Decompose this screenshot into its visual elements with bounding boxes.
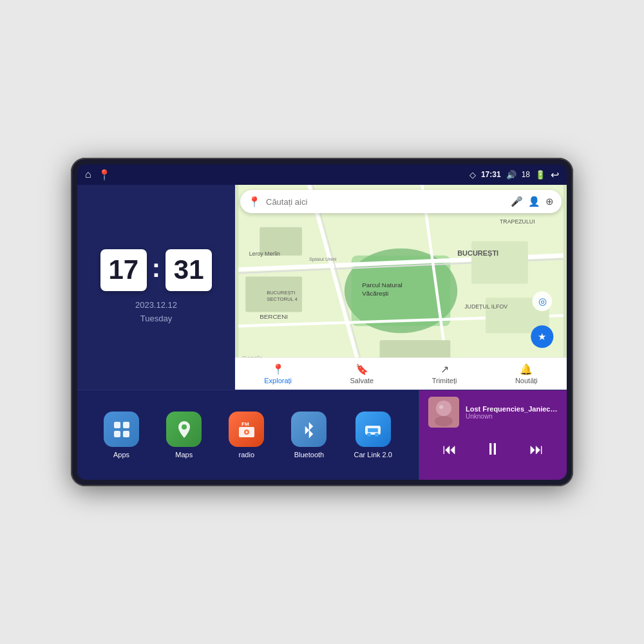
app-item-apps[interactable]: Apps: [104, 412, 139, 459]
app-icon-maps: [166, 412, 202, 447]
svg-point-37: [245, 431, 247, 433]
svg-point-43: [436, 401, 451, 416]
layers-icon[interactable]: ⊕: [545, 196, 554, 207]
map-search-bar[interactable]: 📍 🎤 👤 ⊕: [240, 190, 562, 213]
svg-rect-32: [123, 431, 129, 437]
svg-rect-41: [368, 428, 378, 432]
send-label: Trimiteți: [432, 377, 457, 384]
clock-colon: :: [152, 254, 160, 283]
music-text: Lost Frequencies_Janieck Devy-... Unknow…: [466, 405, 558, 420]
home-icon[interactable]: ⌂: [85, 169, 91, 180]
device-screen: ⌂ 📍 ◇ 17:31 🔊 18 🔋 ↩ 17 :: [77, 164, 567, 480]
app-label-radio: radio: [239, 451, 254, 459]
app-item-carlink[interactable]: Car Link 2.0: [354, 412, 392, 459]
signal-icon: ◇: [469, 170, 476, 180]
status-bar: ⌂ 📍 ◇ 17:31 🔊 18 🔋 ↩: [77, 164, 567, 185]
map-nav-send[interactable]: ↗ Trimiteți: [432, 363, 457, 384]
svg-text:★: ★: [538, 331, 546, 342]
account-icon[interactable]: 👤: [528, 196, 540, 207]
status-left-icons: ⌂ 📍: [85, 169, 111, 181]
explore-icon: 📍: [272, 363, 285, 375]
svg-point-39: [367, 433, 371, 437]
music-next-button[interactable]: ⏭: [524, 439, 549, 460]
music-play-button[interactable]: ⏸: [479, 437, 506, 462]
map-search-input[interactable]: [266, 197, 506, 207]
music-artist: Unknown: [466, 413, 558, 420]
clock-display: 17 : 31: [100, 249, 212, 291]
svg-rect-31: [114, 431, 120, 437]
app-item-bluetooth[interactable]: Bluetooth: [291, 412, 327, 459]
map-bottom-nav: 📍 Explorați 🔖 Salvate ↗ Trimiteți 🔔: [235, 357, 567, 390]
mic-icon[interactable]: 🎤: [511, 196, 523, 207]
clock-minutes: 31: [166, 249, 212, 291]
send-icon: ↗: [440, 363, 449, 375]
bottom-section: Apps Maps: [77, 390, 567, 480]
music-controls: ⏮ ⏸ ⏭: [428, 434, 558, 464]
svg-point-44: [435, 416, 453, 426]
svg-point-33: [182, 424, 187, 430]
svg-rect-12: [471, 242, 528, 284]
app-label-bluetooth: Bluetooth: [294, 451, 324, 459]
music-prev-button[interactable]: ⏮: [437, 439, 462, 460]
svg-text:◎: ◎: [538, 296, 547, 307]
news-label: Noutăți: [515, 377, 538, 384]
svg-text:BERCENI: BERCENI: [260, 313, 288, 320]
volume-level: 18: [522, 170, 530, 179]
status-time: 17:31: [481, 170, 501, 179]
map-panel[interactable]: 📍 🎤 👤 ⊕: [235, 185, 567, 390]
top-section: 17 : 31 2023.12.12 Tuesday 📍 🎤: [77, 185, 567, 390]
google-maps-icon: 📍: [248, 196, 261, 208]
svg-rect-29: [114, 422, 120, 428]
svg-text:BUCUREȘTI: BUCUREȘTI: [457, 249, 498, 257]
app-icon-radio: FM: [229, 412, 264, 447]
svg-rect-30: [123, 422, 129, 428]
svg-text:JUDEȚUL ILFOV: JUDEȚUL ILFOV: [464, 303, 507, 310]
svg-text:TRAPEZULUI: TRAPEZULUI: [500, 218, 535, 225]
clock-panel: 17 : 31 2023.12.12 Tuesday: [77, 185, 235, 390]
app-label-maps: Maps: [175, 451, 193, 459]
music-album-art: [428, 397, 459, 428]
svg-text:Parcul Natural: Parcul Natural: [362, 281, 402, 289]
music-title: Lost Frequencies_Janieck Devy-...: [466, 405, 558, 413]
svg-text:Leroy Merlin: Leroy Merlin: [249, 251, 280, 257]
apps-panel: Apps Maps: [77, 390, 419, 480]
app-icon-carlink: [355, 412, 391, 447]
music-info: Lost Frequencies_Janieck Devy-... Unknow…: [428, 397, 558, 428]
status-right-area: ◇ 17:31 🔊 18 🔋 ↩: [469, 169, 559, 181]
saved-label: Salvate: [350, 377, 374, 384]
svg-text:SECTORUL 4: SECTORUL 4: [267, 296, 298, 302]
svg-point-45: [439, 405, 443, 409]
main-area: 17 : 31 2023.12.12 Tuesday 📍 🎤: [77, 185, 567, 480]
volume-icon: 🔊: [506, 170, 516, 180]
svg-text:Văcărești: Văcărești: [362, 290, 388, 297]
map-nav-explore[interactable]: 📍 Explorați: [264, 363, 292, 384]
app-item-maps[interactable]: Maps: [166, 412, 202, 459]
clock-date: 2023.12.12 Tuesday: [135, 299, 177, 326]
back-icon[interactable]: ↩: [551, 169, 559, 181]
map-nav-saved[interactable]: 🔖 Salvate: [350, 363, 374, 384]
map-nav-news[interactable]: 🔔 Noutăți: [515, 363, 538, 384]
news-icon: 🔔: [520, 363, 533, 375]
svg-text:Splaiul Unirii: Splaiul Unirii: [309, 256, 337, 262]
app-icon-apps: [104, 412, 139, 447]
saved-icon: 🔖: [355, 363, 368, 375]
svg-text:FM: FM: [242, 421, 249, 427]
car-head-unit: ⌂ 📍 ◇ 17:31 🔊 18 🔋 ↩ 17 :: [71, 158, 573, 486]
app-label-carlink: Car Link 2.0: [354, 451, 392, 459]
app-item-radio[interactable]: FM radio: [229, 412, 264, 459]
battery-icon: 🔋: [535, 170, 545, 180]
app-icon-bluetooth: [291, 412, 327, 447]
svg-point-40: [375, 433, 379, 437]
explore-label: Explorați: [264, 377, 292, 384]
app-label-apps: Apps: [113, 451, 129, 459]
music-panel: Lost Frequencies_Janieck Devy-... Unknow…: [419, 390, 567, 480]
clock-hours: 17: [100, 249, 147, 291]
maps-pin-icon[interactable]: 📍: [98, 169, 111, 181]
svg-text:BUCUREȘTI: BUCUREȘTI: [267, 290, 295, 296]
